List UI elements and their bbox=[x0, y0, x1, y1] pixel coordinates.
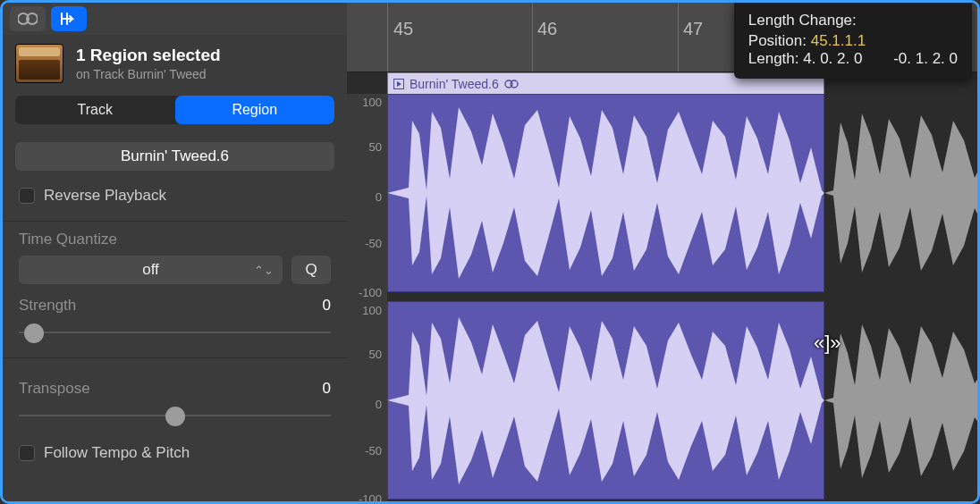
strength-label: Strength bbox=[19, 297, 76, 315]
region-header: 1 Region selected on Track Burnin' Tweed bbox=[3, 35, 347, 96]
tooltip-title: Length Change: bbox=[748, 12, 958, 29]
transpose-value: 0 bbox=[323, 380, 331, 398]
y-tick: 50 bbox=[369, 348, 382, 361]
y-tick: -50 bbox=[365, 237, 382, 250]
y-tick: 50 bbox=[369, 140, 382, 154]
region-track-subtitle: on Track Burnin' Tweed bbox=[76, 67, 221, 81]
ruler-tick: 47 bbox=[683, 19, 703, 39]
follow-tempo-checkbox[interactable] bbox=[19, 445, 35, 461]
amplitude-axis: 100 50 0 -50 -100 100 50 0 -50 -100 bbox=[347, 94, 387, 501]
loop-icon bbox=[18, 13, 38, 25]
region-count-title: 1 Region selected bbox=[76, 46, 221, 65]
chevron-updown-icon: ⌃⌄ bbox=[254, 264, 274, 277]
tooltip-position-value: 45.1.1.1 bbox=[811, 32, 866, 49]
catch-playhead-button[interactable] bbox=[51, 6, 87, 31]
svg-point-3 bbox=[511, 80, 518, 88]
waveform-area[interactable]: 100 50 0 -50 -100 100 50 0 -50 -100 bbox=[347, 94, 977, 501]
waveform-remainder bbox=[824, 94, 980, 292]
y-tick: 0 bbox=[376, 190, 382, 204]
length-change-tooltip: Length Change: Position: 45.1.1.1 Length… bbox=[734, 3, 972, 79]
slider-thumb[interactable] bbox=[165, 407, 185, 426]
tab-track[interactable]: Track bbox=[15, 96, 175, 124]
transpose-label: Transpose bbox=[19, 380, 90, 398]
track-amp-icon bbox=[15, 44, 63, 83]
waveform-selected bbox=[387, 301, 824, 500]
ruler-tick: 46 bbox=[537, 19, 557, 39]
tooltip-position-label: Position: bbox=[748, 32, 807, 49]
region-title-text: Burnin' Tweed.6 bbox=[410, 77, 499, 91]
play-region-icon[interactable] bbox=[393, 79, 404, 89]
y-tick: -100 bbox=[359, 492, 382, 504]
inspector-tabs: Track Region bbox=[15, 96, 334, 124]
strength-slider[interactable] bbox=[19, 320, 331, 345]
y-tick: 0 bbox=[376, 398, 382, 411]
svg-marker-5 bbox=[824, 113, 980, 273]
svg-marker-1 bbox=[397, 81, 401, 87]
strength-value: 0 bbox=[323, 297, 331, 315]
follow-tempo-row[interactable]: Follow Tempo & Pitch bbox=[3, 441, 347, 466]
tooltip-length-label: Length: bbox=[748, 50, 799, 67]
tab-region[interactable]: Region bbox=[175, 96, 335, 124]
tooltip-length-value: 4. 0. 2. 0 bbox=[803, 50, 862, 67]
waveform-selected bbox=[387, 94, 824, 292]
region-name-field[interactable]: Burnin' Tweed.6 bbox=[15, 142, 334, 171]
waveform-remainder bbox=[824, 301, 980, 500]
quantize-button[interactable]: Q bbox=[291, 256, 331, 284]
divider bbox=[3, 357, 347, 358]
catch-icon bbox=[59, 12, 79, 26]
stereo-icon bbox=[504, 79, 519, 89]
toolbar bbox=[3, 3, 347, 35]
y-tick: 100 bbox=[362, 96, 382, 109]
slider-thumb[interactable] bbox=[24, 323, 44, 343]
tooltip-delta-value: -0. 1. 2. 0 bbox=[893, 50, 958, 68]
y-tick: -50 bbox=[365, 444, 382, 458]
reverse-playback-row[interactable]: Reverse Playback bbox=[3, 183, 347, 208]
divider bbox=[3, 221, 347, 222]
inspector-panel: 1 Region selected on Track Burnin' Tweed… bbox=[3, 3, 347, 501]
audio-editor: 45 46 47 Burnin' Tweed.6 100 50 0 - bbox=[347, 3, 977, 501]
time-quantize-label: Time Quantize bbox=[3, 231, 347, 248]
time-quantize-value: off bbox=[142, 261, 159, 279]
svg-marker-7 bbox=[824, 324, 980, 478]
follow-tempo-label: Follow Tempo & Pitch bbox=[44, 444, 190, 462]
reverse-playback-checkbox[interactable] bbox=[19, 188, 35, 204]
svg-marker-4 bbox=[387, 107, 824, 279]
loop-mode-button[interactable] bbox=[10, 6, 46, 31]
ruler-tick: 45 bbox=[393, 19, 413, 39]
y-tick: 100 bbox=[362, 304, 382, 317]
reverse-playback-label: Reverse Playback bbox=[44, 187, 166, 205]
time-quantize-select[interactable]: off ⌃⌄ bbox=[19, 256, 283, 284]
transpose-slider[interactable] bbox=[19, 403, 331, 428]
waveform-channel-2[interactable] bbox=[387, 301, 977, 500]
svg-marker-6 bbox=[387, 317, 824, 484]
waveform-channel-1[interactable] bbox=[387, 94, 977, 292]
y-tick: -100 bbox=[359, 286, 382, 299]
